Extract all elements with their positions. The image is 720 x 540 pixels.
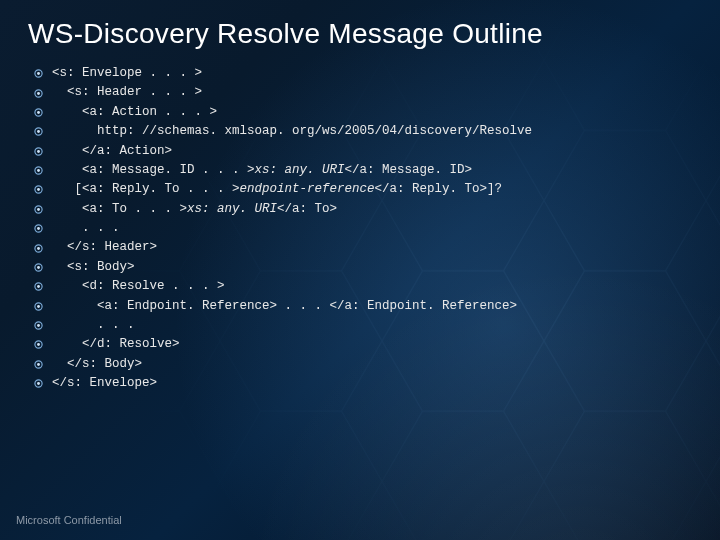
bullet-icon [34, 297, 52, 316]
bullet-icon [34, 180, 52, 199]
code-line: <a: Action . . . > [34, 103, 692, 122]
svg-point-34 [37, 363, 40, 366]
code-line: <a: Message. ID . . . >xs: any. URI</a: … [34, 161, 692, 180]
footer-label: Microsoft Confidential [16, 514, 122, 526]
code-text: </a: Action> [52, 142, 692, 161]
code-line: </s: Envelope> [34, 374, 692, 393]
svg-point-4 [37, 72, 40, 75]
code-line: </s: Body> [34, 355, 692, 374]
code-text: </s: Envelope> [52, 374, 692, 393]
code-line: </a: Action> [34, 142, 692, 161]
bullet-icon [34, 83, 52, 102]
code-line: . . . [34, 219, 692, 238]
svg-point-22 [37, 247, 40, 250]
code-line: <s: Header . . . > [34, 83, 692, 102]
code-text: <s: Body> [52, 258, 692, 277]
code-text: <a: Message. ID . . . >xs: any. URI</a: … [52, 161, 692, 180]
code-text: . . . [52, 219, 692, 238]
code-line: . . . [34, 316, 692, 335]
bullet-icon [34, 103, 52, 122]
code-line: </s: Header> [34, 238, 692, 257]
code-outline: <s: Envelope . . . > <s: Header . . . > … [34, 64, 692, 393]
code-text: </d: Resolve> [52, 335, 692, 354]
svg-point-20 [37, 227, 40, 230]
svg-point-26 [37, 285, 40, 288]
bullet-icon [34, 238, 52, 257]
bullet-icon [34, 219, 52, 238]
code-line: <s: Envelope . . . > [34, 64, 692, 83]
bullet-icon [34, 200, 52, 219]
code-text: <a: Endpoint. Reference> . . . </a: Endp… [52, 297, 692, 316]
code-text: <a: Action . . . > [52, 103, 692, 122]
svg-point-30 [37, 324, 40, 327]
code-text: . . . [52, 316, 692, 335]
code-line: <s: Body> [34, 258, 692, 277]
bullet-icon [34, 335, 52, 354]
bullet-icon [34, 258, 52, 277]
svg-point-18 [37, 208, 40, 211]
bullet-icon [34, 142, 52, 161]
bullet-icon [34, 316, 52, 335]
code-text: <s: Envelope . . . > [52, 64, 692, 83]
code-line: </d: Resolve> [34, 335, 692, 354]
code-line: <d: Resolve . . . > [34, 277, 692, 296]
svg-point-32 [37, 343, 40, 346]
svg-point-6 [37, 92, 40, 95]
code-line: <a: Endpoint. Reference> . . . </a: Endp… [34, 297, 692, 316]
svg-point-28 [37, 305, 40, 308]
bullet-icon [34, 122, 52, 141]
code-text: <a: To . . . >xs: any. URI</a: To> [52, 200, 692, 219]
bullet-icon [34, 374, 52, 393]
code-text: </s: Body> [52, 355, 692, 374]
code-line: [<a: Reply. To . . . >endpoint-reference… [34, 180, 692, 199]
code-text: http: //schemas. xmlsoap. org/ws/2005/04… [52, 122, 692, 141]
bullet-icon [34, 64, 52, 83]
bullet-icon [34, 161, 52, 180]
slide-title: WS-Discovery Resolve Message Outline [28, 18, 692, 50]
svg-point-14 [37, 169, 40, 172]
svg-point-16 [37, 188, 40, 191]
code-text: <d: Resolve . . . > [52, 277, 692, 296]
bullet-icon [34, 277, 52, 296]
code-text: </s: Header> [52, 238, 692, 257]
bullet-icon [34, 355, 52, 374]
svg-point-8 [37, 111, 40, 114]
code-line: http: //schemas. xmlsoap. org/ws/2005/04… [34, 122, 692, 141]
code-line: <a: To . . . >xs: any. URI</a: To> [34, 200, 692, 219]
svg-point-36 [37, 382, 40, 385]
code-text: <s: Header . . . > [52, 83, 692, 102]
slide: WS-Discovery Resolve Message Outline <s:… [0, 0, 720, 540]
svg-point-12 [37, 150, 40, 153]
svg-point-10 [37, 130, 40, 133]
code-text: [<a: Reply. To . . . >endpoint-reference… [52, 180, 692, 199]
svg-point-24 [37, 266, 40, 269]
